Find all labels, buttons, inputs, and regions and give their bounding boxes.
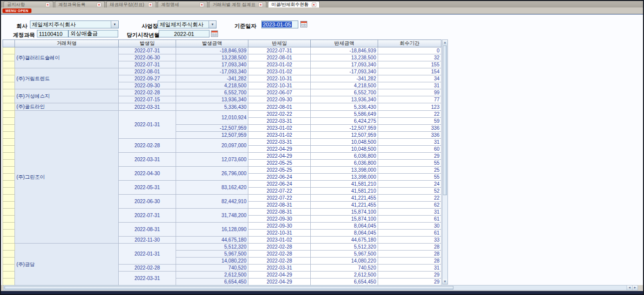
occurrence-amount-cell[interactable]: 5,336,430 xyxy=(176,103,248,111)
row-selector[interactable] xyxy=(3,209,15,216)
occurrence-date-cell[interactable]: 2022-06-30 xyxy=(119,54,176,61)
occurrence-amount-cell[interactable]: 26,796,000 xyxy=(176,167,248,181)
settlement-date-cell[interactable]: 2022-07-22 xyxy=(248,195,311,202)
row-selector[interactable] xyxy=(3,61,15,68)
occurrence-amount-cell[interactable]: 13,936,340 xyxy=(176,96,248,103)
settlement-date-cell[interactable]: 2022-08-01 xyxy=(248,54,311,61)
customer-cell[interactable]: (주)그린조이 xyxy=(15,111,119,244)
occurrence-date-cell[interactable]: 2022-07-15 xyxy=(119,96,176,103)
row-selector[interactable] xyxy=(3,89,15,96)
occurrence-date-cell[interactable]: 2022-07-31 xyxy=(119,47,176,54)
settlement-amount-cell[interactable]: 2,612,500 xyxy=(311,272,378,279)
settlement-amount-cell[interactable]: 15,874,100 xyxy=(311,216,378,223)
occurrence-date-cell[interactable]: 2022-07-31 xyxy=(119,209,176,223)
settlement-amount-cell[interactable]: 4,218,500 xyxy=(311,82,378,89)
row-selector[interactable] xyxy=(3,167,15,174)
occurrence-amount-cell[interactable]: 16,128,090 xyxy=(176,223,248,237)
row-selector[interactable] xyxy=(3,265,15,272)
tab-item-4[interactable]: 거래처별 계정 집계표× xyxy=(209,1,266,7)
settlement-amount-cell[interactable]: -18,846,939 xyxy=(311,47,378,54)
row-selector[interactable] xyxy=(3,237,15,244)
collection-days-cell[interactable]: 155 xyxy=(378,61,441,68)
collection-days-cell[interactable]: 24 xyxy=(378,181,441,188)
occurrence-amount-cell[interactable]: -341,282 xyxy=(176,75,248,82)
column-header-2[interactable]: 발생금액 xyxy=(176,40,248,47)
row-selector[interactable] xyxy=(3,202,15,209)
horizontal-scrollbar[interactable]: ◄ ► xyxy=(3,285,638,291)
tab-item-2[interactable]: 채권채무장(전표)× xyxy=(106,1,156,7)
settlement-amount-cell[interactable]: 5,586,649 xyxy=(311,111,378,118)
tab-close-icon[interactable]: × xyxy=(148,2,153,7)
settlement-amount-cell[interactable]: 5,967,500 xyxy=(311,251,378,258)
collection-days-cell[interactable]: 55 xyxy=(378,160,441,167)
settlement-amount-cell[interactable]: 15,874,100 xyxy=(311,209,378,216)
scroll-right-icon[interactable]: ► xyxy=(632,286,638,290)
menu-open-button[interactable]: MENU OPEN xyxy=(2,8,31,13)
collection-days-cell[interactable]: 31 xyxy=(378,209,441,216)
settlement-amount-cell[interactable]: -17,093,340 xyxy=(311,68,378,75)
collection-days-cell[interactable]: 31 xyxy=(378,82,441,89)
tab-item-3[interactable]: 계정명세× xyxy=(158,1,208,7)
collection-days-cell[interactable]: 22 xyxy=(378,195,441,202)
settlement-date-cell[interactable]: 2022-06-07 xyxy=(248,89,311,96)
tab-close-icon[interactable]: × xyxy=(45,2,50,7)
collection-days-cell[interactable]: 31 xyxy=(378,265,441,272)
occurrence-amount-cell[interactable]: 740,520 xyxy=(176,265,248,272)
settlement-amount-cell[interactable]: 13,398,000 xyxy=(311,174,378,181)
customer-cell[interactable]: (주)거림트렌드 xyxy=(15,68,119,89)
settlement-amount-cell[interactable]: 6,654,450 xyxy=(311,279,378,286)
occurrence-date-cell[interactable]: 2022-06-30 xyxy=(119,195,176,209)
collection-days-cell[interactable]: 30 xyxy=(378,223,441,230)
occurrence-amount-cell[interactable]: 31,748,200 xyxy=(176,209,248,223)
settlement-amount-cell[interactable]: 13,398,000 xyxy=(311,167,378,174)
account-code-input[interactable]: 11100410 xyxy=(37,30,68,37)
horizontal-scroll-thumb[interactable] xyxy=(4,286,453,290)
settlement-amount-cell[interactable]: 13,238,500 xyxy=(311,54,378,61)
settlement-amount-cell[interactable]: 41,221,455 xyxy=(311,195,378,202)
settlement-amount-cell[interactable]: 17,093,340 xyxy=(311,61,378,68)
occurrence-date-cell[interactable]: 2022-09-30 xyxy=(119,82,176,89)
row-selector[interactable] xyxy=(3,47,15,54)
row-selector[interactable] xyxy=(3,195,15,202)
collection-days-cell[interactable]: 29 xyxy=(378,153,441,160)
occurrence-amount-cell[interactable]: 83,162,420 xyxy=(176,181,248,195)
settlement-date-cell[interactable]: 2022-07-22 xyxy=(248,188,311,195)
column-header-1[interactable]: 발생일 xyxy=(119,40,176,47)
occurrence-date-cell[interactable]: 2022-02-28 xyxy=(119,265,176,272)
collection-days-cell[interactable]: 154 xyxy=(378,68,441,75)
tab-item-1[interactable]: 계정과목등록× xyxy=(55,1,105,7)
settlement-date-cell[interactable]: 2022-04-29 xyxy=(248,272,311,279)
collection-days-cell[interactable]: 33 xyxy=(378,237,441,244)
customer-cell[interactable]: (주)갤러리드슬레이 xyxy=(15,47,119,68)
settlement-date-cell[interactable]: 2022-08-01 xyxy=(248,103,311,111)
occurrence-amount-cell[interactable]: 4,218,500 xyxy=(176,82,248,89)
row-selector[interactable] xyxy=(3,103,15,111)
row-selector[interactable] xyxy=(3,125,15,132)
collection-days-cell[interactable]: 61 xyxy=(378,230,441,237)
settlement-date-cell[interactable]: 2022-06-24 xyxy=(248,174,311,181)
settlement-date-cell[interactable]: 2022-07-31 xyxy=(248,47,311,54)
collection-days-cell[interactable]: 336 xyxy=(378,125,441,132)
occurrence-amount-cell[interactable]: 82,442,910 xyxy=(176,195,248,209)
row-selector[interactable] xyxy=(3,188,15,195)
occurrence-date-cell[interactable]: 2022-03-31 xyxy=(119,153,176,167)
occurrence-date-cell[interactable]: 2022-11-30 xyxy=(119,237,176,244)
company-select[interactable]: 제일제지주식회사 ▼ xyxy=(30,20,119,28)
settlement-date-cell[interactable]: 2022-08-31 xyxy=(248,202,311,209)
occurrence-amount-cell[interactable]: 20,097,000 xyxy=(176,139,248,153)
settlement-amount-cell[interactable]: 14,080,220 xyxy=(311,258,378,265)
chevron-down-icon[interactable]: ▼ xyxy=(111,21,118,28)
collection-days-cell[interactable]: 0 xyxy=(378,47,441,54)
occurrence-amount-cell[interactable]: 6,654,450 xyxy=(176,279,248,286)
row-selector[interactable] xyxy=(3,96,15,103)
settlement-date-cell[interactable]: 2022-02-28 xyxy=(248,251,311,258)
tab-close-icon[interactable]: × xyxy=(312,2,316,7)
base-date-input[interactable]: 2023-01-05 xyxy=(261,20,298,28)
settlement-amount-cell[interactable]: 740,520 xyxy=(311,265,378,272)
row-selector[interactable] xyxy=(3,118,15,125)
row-selector[interactable] xyxy=(3,160,15,167)
collection-days-cell[interactable]: 123 xyxy=(378,103,441,111)
occurrence-amount-cell[interactable]: 5,512,320 xyxy=(176,244,248,251)
tab-close-icon[interactable]: × xyxy=(97,2,101,7)
row-selector[interactable] xyxy=(3,68,15,75)
